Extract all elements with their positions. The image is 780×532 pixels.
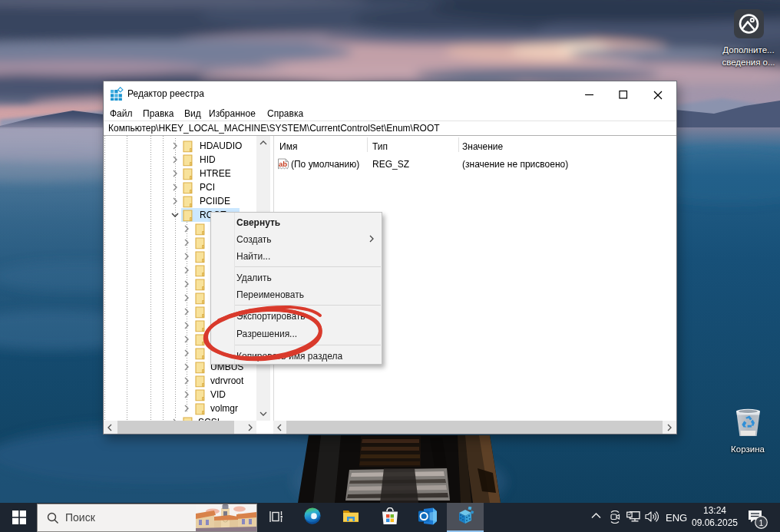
- svg-text:1: 1: [759, 518, 764, 527]
- svg-text:ab: ab: [279, 160, 287, 168]
